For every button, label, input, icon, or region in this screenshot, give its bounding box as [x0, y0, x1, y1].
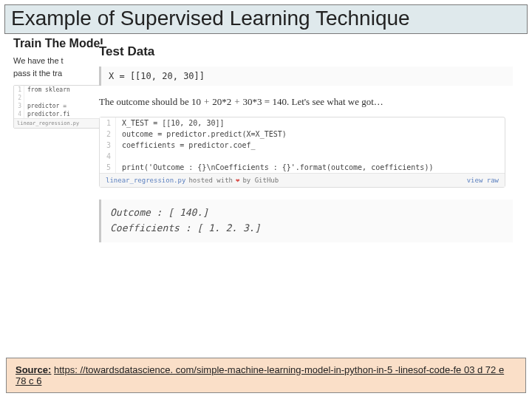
code-line: coefficients = predictor.coef_ — [116, 140, 262, 151]
term: 20*2 — [212, 96, 231, 107]
source-label: Source: — [16, 364, 51, 375]
line-num: 2 — [14, 94, 24, 102]
line-num: 5 — [100, 162, 116, 173]
x-definition-code: X = [[10, 20, 30]] — [99, 66, 513, 86]
heart-icon: ❤ — [236, 177, 239, 184]
test-data-section: Test Data X = [[10, 20, 30]] The outcome… — [99, 44, 513, 242]
plus-icon: + — [201, 96, 212, 107]
code-line — [24, 94, 30, 102]
plus-icon: + — [231, 96, 242, 107]
text-frag-1: We have the t — [13, 56, 64, 65]
expect-tail: Let's see what we got… — [289, 96, 383, 107]
expect-result: = 140. — [262, 96, 290, 107]
gist-train-snippet: 1from sklearn 2 3predictor = 4predictor.… — [13, 85, 109, 129]
slide-content: Train The Model We have the t pass it th… — [0, 34, 532, 242]
expect-prefix: The outcome should be — [99, 96, 191, 107]
source-url[interactable]: https: //towardsdatascience. com/simple-… — [16, 364, 504, 386]
train-model-fragment: Train The Model We have the t pass it th… — [13, 37, 109, 129]
line-num: 1 — [100, 117, 116, 129]
line-num: 3 — [14, 102, 24, 110]
program-output: Outcome : [ 140.] Coefficients : [ 1. 2.… — [99, 200, 513, 242]
gist-footer: linear_regression.py hosted with ❤ by Gi… — [100, 173, 505, 187]
code-line: predictor.fi — [24, 110, 73, 118]
code-line: outcome = predictor.predict(X=X_TEST) — [116, 129, 293, 140]
train-model-heading: Train The Model — [13, 37, 109, 50]
line-num: 2 — [100, 129, 116, 140]
term: 10 — [191, 96, 201, 107]
gist-filename-link[interactable]: linear_regression.py — [106, 177, 185, 184]
train-model-text: We have the t pass it the tra — [13, 55, 109, 79]
code-line: X_TEST = [[10, 20, 30]] — [116, 117, 230, 129]
line-num: 4 — [100, 151, 116, 162]
output-line: Outcome : [ 140.] — [110, 205, 504, 221]
output-line: Coefficients : [ 1. 2. 3.] — [110, 221, 504, 236]
source-citation: Source: https: //towardsdatascience. com… — [6, 358, 526, 393]
gist-test-snippet: 1X_TEST = [[10, 20, 30]] 2outcome = pred… — [99, 117, 505, 188]
code-line — [116, 151, 128, 162]
gist-view-raw-link[interactable]: view raw — [467, 177, 499, 184]
test-data-heading: Test Data — [99, 44, 513, 59]
gist-footer: linear_regression.py — [14, 118, 109, 128]
expected-outcome-text: The outcome should be 10+20*2+30*3 = 140… — [99, 96, 513, 108]
line-num: 1 — [14, 86, 24, 94]
gist-by-text: by GitHub — [242, 177, 279, 184]
gist-hosted-text: hosted with — [188, 177, 233, 184]
line-num: 3 — [100, 140, 116, 151]
code-line: from sklearn — [24, 86, 73, 94]
code-line: print('Outcome : {}\nCoefficients : {}'.… — [116, 162, 439, 173]
text-frag-2: pass it the tra — [13, 69, 62, 78]
code-line: predictor = — [24, 102, 69, 110]
term: 30*3 — [243, 96, 262, 107]
line-num: 4 — [14, 110, 24, 118]
slide-title: Example of Supervised Learning Technique — [4, 4, 528, 34]
